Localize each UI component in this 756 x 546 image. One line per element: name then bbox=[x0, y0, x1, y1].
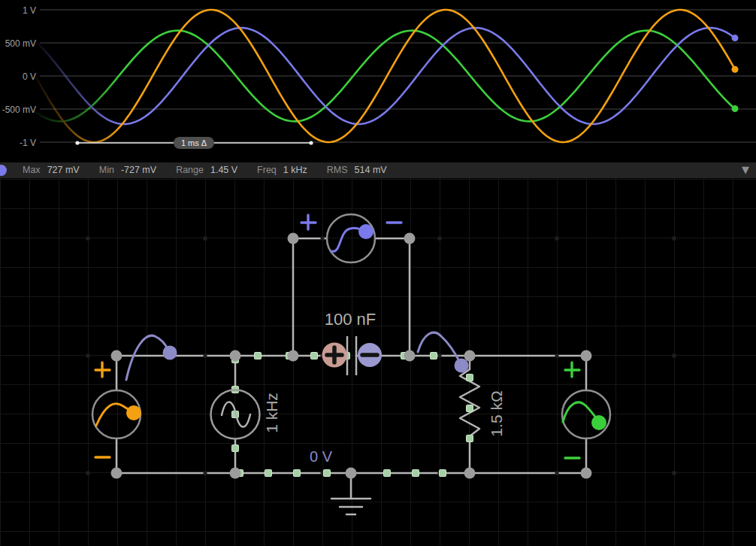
current-marker bbox=[440, 470, 446, 477]
grid-node-dot bbox=[555, 354, 559, 358]
junction-dot bbox=[288, 350, 299, 362]
junction-dot bbox=[111, 468, 122, 479]
measurement-value: 727 mV bbox=[47, 162, 80, 178]
meter-wave-dot bbox=[358, 224, 373, 239]
current-marker bbox=[311, 353, 318, 359]
measurement-item: Range1.45 V bbox=[176, 162, 237, 178]
grid-node-dot bbox=[321, 237, 325, 241]
ruler-label: 1 ms Δ bbox=[181, 138, 207, 147]
measurement-value: -727 mV bbox=[121, 162, 156, 178]
capacitor[interactable]: 100 nF bbox=[322, 310, 383, 375]
probe-dot bbox=[163, 346, 177, 360]
junction-dot bbox=[230, 468, 241, 479]
trace-endpoint-source-voltage bbox=[732, 66, 739, 73]
ruler-start-dot[interactable] bbox=[75, 141, 79, 144]
current-marker bbox=[413, 470, 419, 477]
sine-symbol-icon bbox=[222, 402, 250, 427]
wires[interactable] bbox=[116, 238, 586, 499]
measurement-item: Min-727 mV bbox=[99, 162, 156, 178]
current-marker bbox=[294, 470, 301, 477]
scope-gridlines bbox=[40, 10, 756, 142]
junction-dot bbox=[230, 350, 241, 362]
grid-node-dot bbox=[555, 237, 559, 241]
scope-probe-right[interactable] bbox=[418, 332, 469, 372]
current-marker bbox=[255, 353, 262, 359]
channel-color-dot bbox=[0, 165, 7, 176]
probe-wave bbox=[418, 332, 460, 362]
ruler-end-dot[interactable] bbox=[309, 141, 313, 144]
junction-dot bbox=[581, 350, 592, 362]
circuit-simulator-app: { "chart_data": { "type": "line", "title… bbox=[0, 0, 756, 546]
current-marker bbox=[467, 405, 473, 412]
measurement-label: RMS bbox=[327, 162, 348, 178]
ground-symbol-icon bbox=[331, 499, 370, 514]
trace-endpoint-capacitor-voltage bbox=[732, 35, 739, 41]
plus-sign-icon bbox=[301, 215, 316, 229]
measurement-value: 514 mV bbox=[355, 162, 387, 178]
grid-node-dot bbox=[204, 237, 207, 241]
junction-dot bbox=[464, 350, 476, 362]
current-marker bbox=[265, 470, 272, 477]
measurement-label: Range bbox=[176, 162, 204, 178]
grid-node-dot bbox=[86, 354, 90, 358]
junction-dot bbox=[404, 233, 416, 244]
junction-dot bbox=[464, 468, 476, 479]
circuit-canvas[interactable]: 1.5 kΩ 100 nF 1 kHz bbox=[0, 178, 756, 546]
measurement-label: Max bbox=[23, 162, 41, 178]
grid-node-dot bbox=[438, 354, 442, 358]
wire-path[interactable] bbox=[116, 238, 586, 499]
scope-axis-labels: 1 V500 mV0 V-500 mV-1 V bbox=[2, 5, 36, 148]
measurement-item: Freq1 kHz bbox=[257, 162, 307, 178]
y-axis-tick-label: 1 V bbox=[23, 5, 36, 16]
grid-node-dot bbox=[673, 354, 676, 358]
current-marker bbox=[467, 375, 473, 381]
junction-dot bbox=[288, 233, 299, 244]
measurement-label: Freq bbox=[257, 162, 277, 178]
oscilloscope-panel: 1 V500 mV0 V-500 mV-1 V 1 ms Δ bbox=[0, 0, 756, 162]
grid-node-dot bbox=[673, 472, 676, 475]
current-marker bbox=[324, 470, 331, 477]
ac-voltage-source[interactable]: 1 kHz bbox=[211, 390, 281, 439]
expand-channel-arrow-icon[interactable]: ▼ bbox=[742, 162, 749, 178]
plus-sign-icon bbox=[95, 362, 110, 377]
grid-node-dot bbox=[673, 237, 676, 241]
measurement-label: Min bbox=[99, 162, 114, 178]
plus-sign-icon bbox=[565, 362, 579, 377]
meter-circle bbox=[562, 390, 610, 438]
source-frequency-label: 1 kHz bbox=[263, 393, 280, 433]
current-marker bbox=[431, 353, 437, 359]
junction-dot bbox=[404, 350, 416, 362]
grid-node-dot bbox=[204, 472, 207, 475]
grid-node-dot bbox=[204, 354, 207, 358]
grid-node-dot bbox=[555, 472, 559, 475]
probe-dot bbox=[455, 359, 469, 373]
current-marker bbox=[467, 435, 473, 442]
measurement-item: RMS514 mV bbox=[327, 162, 387, 178]
scope-probe-left[interactable] bbox=[126, 335, 177, 380]
time-ruler[interactable]: 1 ms Δ bbox=[75, 137, 313, 149]
current-marker bbox=[384, 470, 391, 477]
grid-node-dot bbox=[86, 237, 90, 241]
measurement-value: 1.45 V bbox=[210, 162, 237, 178]
measurement-item: Max727 mV bbox=[23, 162, 80, 178]
trace-endpoint-dots bbox=[732, 35, 739, 112]
grid-node-dot bbox=[86, 472, 90, 475]
ground[interactable] bbox=[331, 499, 370, 514]
trace-endpoint-resistor-voltage bbox=[732, 105, 739, 112]
measurement-bar[interactable]: Max727 mVMin-727 mVRange1.45 VFreq1 kHzR… bbox=[0, 162, 756, 178]
junction-dot bbox=[111, 350, 122, 362]
channel-measurements: Max727 mVMin-727 mVRange1.45 VFreq1 kHzR… bbox=[23, 162, 387, 178]
capacitor-value-label: 100 nF bbox=[325, 310, 376, 329]
resistor-value-label: 1.5 kΩ bbox=[488, 390, 505, 436]
junction-dot bbox=[346, 468, 357, 479]
junction-dot bbox=[581, 468, 592, 479]
probe-wave bbox=[126, 335, 168, 380]
ground-voltage-label: 0 V bbox=[310, 448, 333, 465]
grid-node-dot bbox=[438, 237, 442, 241]
y-axis-tick-label: -1 V bbox=[20, 138, 36, 148]
meter-wave-dot bbox=[591, 415, 606, 430]
current-marker bbox=[232, 445, 239, 452]
measurement-value: 1 kHz bbox=[283, 162, 307, 178]
y-axis-tick-label: 500 mV bbox=[5, 38, 36, 49]
meter-wave-dot bbox=[126, 405, 141, 420]
